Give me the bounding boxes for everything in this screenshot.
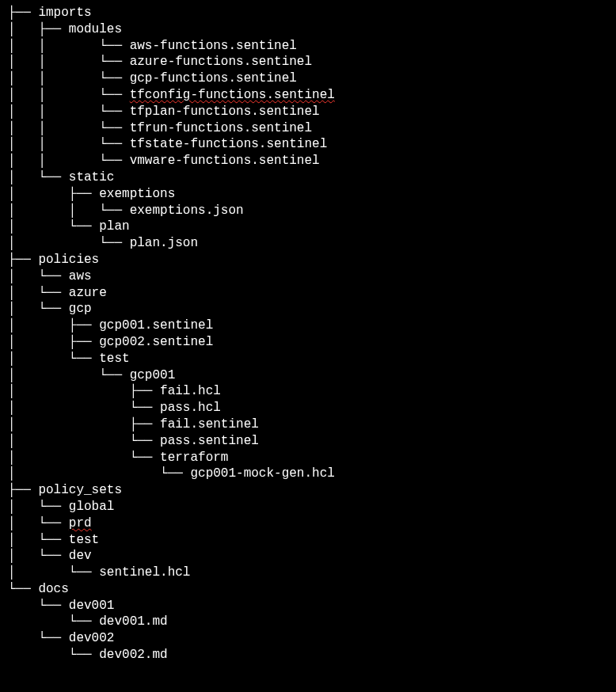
file-gcp001-sentinel: gcp001.sentinel [99,318,213,333]
tree-row: │ ├── gcp001.sentinel [8,317,608,334]
file-aws-functions: aws-functions.sentinel [130,39,297,53]
file-pass-sentinel: pass.sentinel [160,434,259,448]
dir-policies-aws: aws [69,269,92,283]
dir-test: test [69,533,99,547]
tree-row: │ │ └── gcp-functions.sentinel [8,70,608,87]
tree-row: │ │ └── vmware-functions.sentinel [8,153,608,169]
tree-row: │ └── sentinel.hcl [8,565,608,581]
file-gcp-functions: gcp-functions.sentinel [130,71,297,86]
dir-gcp-test: test [99,352,129,366]
tree-row: │ └── gcp001-mock-gen.hcl [8,466,608,482]
dir-global: global [69,500,115,514]
file-tfconfig-functions: tfconfig-functions.sentinel [130,88,335,102]
tree-row: └── docs [8,581,608,598]
dir-imports: imports [38,6,91,20]
dir-modules: modules [69,22,122,36]
tree-row: │ │ └── tfstate-functions.sentinel [8,136,608,153]
tree-row: │ │ └── exemptions.json [8,203,608,219]
tree-row: │ └── terraform [8,450,608,466]
tree-row: │ └── pass.sentinel [8,433,608,450]
file-dev002-md: dev002.md [99,648,167,662]
file-tfplan-functions: tfplan-functions.sentinel [130,105,320,119]
dir-policies: policies [38,253,99,267]
tree-row: │ ├── fail.sentinel [8,416,608,433]
file-plan-json: plan.json [130,236,198,250]
dir-exemptions: exemptions [99,187,175,201]
file-tfrun-functions: tfrun-functions.sentinel [130,121,312,135]
dir-policies-gcp: gcp [69,302,92,316]
dir-prd: prd [69,516,92,530]
tree-row: │ └── gcp [8,301,608,317]
tree-row: ├── policy_sets [8,482,608,499]
tree-row: │ ├── modules [8,21,608,38]
tree-row: └── dev002 [8,630,608,647]
tree-row: │ ├── exemptions [8,186,608,203]
tree-row: │ └── prd [8,515,608,532]
file-sentinel-hcl: sentinel.hcl [99,565,190,580]
dir-static: static [69,170,115,184]
file-tfstate-functions: tfstate-functions.sentinel [130,137,328,151]
tree-row: │ └── static [8,169,608,186]
file-fail-sentinel: fail.sentinel [160,417,259,432]
file-dev001-md: dev001.md [99,614,167,629]
tree-row: │ └── test [8,351,608,367]
tree-row: │ └── global [8,499,608,515]
dir-dev: dev [69,549,92,563]
dir-dev002: dev002 [69,631,115,645]
file-pass-hcl: pass.hcl [160,401,221,415]
tree-row: │ │ └── tfrun-functions.sentinel [8,120,608,137]
tree-row: │ ├── fail.hcl [8,383,608,400]
tree-row: │ └── aws [8,268,608,285]
file-azure-functions: azure-functions.sentinel [130,55,312,69]
file-mock-gen: gcp001-mock-gen.hcl [190,466,334,481]
dir-terraform: terraform [160,451,228,465]
tree-row: │ └── dev [8,548,608,565]
file-vmware-functions: vmware-functions.sentinel [130,154,320,168]
tree-row: ├── imports [8,5,608,21]
dir-gcp001: gcp001 [130,368,176,382]
tree-row: │ │ └── tfconfig-functions.sentinel [8,87,608,104]
tree-row: │ └── plan.json [8,235,608,252]
tree-row: └── dev002.md [8,647,608,663]
tree-row: │ └── test [8,532,608,549]
tree-row: │ │ └── aws-functions.sentinel [8,38,608,55]
tree-row: │ └── gcp001 [8,367,608,384]
tree-row: │ ├── gcp002.sentinel [8,334,608,351]
tree-row: └── dev001 [8,598,608,614]
file-fail-hcl: fail.hcl [160,384,221,398]
tree-row: │ └── plan [8,219,608,235]
tree-row: │ └── azure [8,285,608,302]
tree-row: └── dev001.md [8,614,608,630]
file-exemptions-json: exemptions.json [130,203,244,218]
dir-dev001: dev001 [69,599,115,613]
dir-policy-sets: policy_sets [38,483,122,497]
dir-docs: docs [38,582,68,596]
dir-policies-azure: azure [69,286,107,300]
dir-plan: plan [99,219,129,234]
tree-row: │ │ └── tfplan-functions.sentinel [8,104,608,120]
tree-row: │ └── pass.hcl [8,400,608,416]
tree-row: │ │ └── azure-functions.sentinel [8,54,608,70]
tree-row: ├── policies [8,252,608,268]
file-gcp002-sentinel: gcp002.sentinel [99,335,213,349]
